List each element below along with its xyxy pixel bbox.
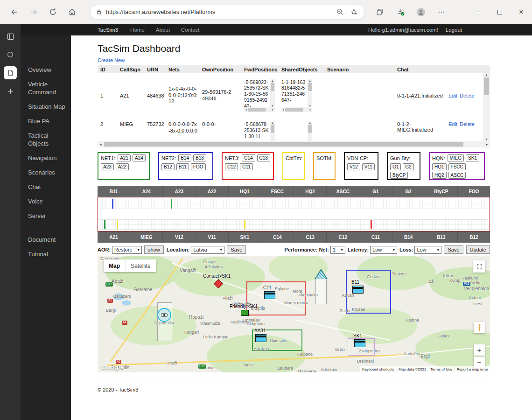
sidebar-item[interactable]: Chat (21, 180, 71, 194)
collections-icon[interactable] (374, 7, 385, 18)
back-arrow-icon[interactable] (8, 6, 21, 18)
close-button[interactable]: × (511, 0, 532, 24)
sidebar-item[interactable]: Navigation (21, 151, 71, 165)
url-bar[interactable]: https://tacsim.azurewebsites.net/Platfor… (90, 5, 365, 20)
hostile-diamond-icon[interactable] (214, 279, 223, 288)
more-menu-icon[interactable] (436, 7, 447, 18)
sidebar-item[interactable]: Situation Map (21, 99, 71, 114)
refresh-icon[interactable] (47, 6, 59, 18)
sidebar-item[interactable]: Server (21, 209, 71, 223)
net-member-chip[interactable]: HQ1 (432, 163, 447, 170)
performance-save-button[interactable]: Save (444, 245, 463, 254)
maximize-button[interactable] (489, 0, 511, 24)
net-member-chip[interactable]: G2 (403, 163, 413, 170)
net-member-chip[interactable]: FSCC (448, 163, 466, 170)
mini-vertical-scrollbar[interactable]: ▲▼ (270, 79, 275, 107)
minimize-button[interactable] (468, 0, 489, 24)
net-member-chip[interactable]: B11 (176, 163, 189, 170)
new-tab-plus-icon[interactable] (4, 84, 17, 98)
net-member-chip[interactable]: A24 (133, 154, 146, 161)
net-member-chip[interactable]: C12 (225, 163, 238, 170)
friendly-square-icon[interactable] (241, 310, 249, 316)
tab-actions-icon[interactable] (4, 30, 17, 43)
fullscreen-icon[interactable] (473, 260, 485, 273)
url-text[interactable]: https://tacsim.azurewebsites.net/Platfor… (106, 9, 331, 15)
map-canvas[interactable] (98, 256, 490, 372)
delete-link[interactable]: Delete (460, 121, 475, 127)
net-member-chip[interactable]: C11 (240, 163, 253, 170)
loss-select[interactable]: Low▼ (414, 246, 441, 254)
mini-horizontal-scrollbar[interactable]: ◄► (244, 107, 275, 112)
logout-link[interactable]: Logout (446, 27, 462, 33)
profile-avatar[interactable] (415, 7, 427, 18)
net-member-chip[interactable]: A22 (116, 163, 129, 170)
update-button[interactable]: Update (466, 245, 490, 254)
fwd-positions-box[interactable]: -5-569023-253572-SK1-30-15-569155-249242… (244, 79, 275, 112)
net-member-chip[interactable]: B13 (193, 154, 206, 161)
sidebar-item[interactable]: Vehicle Command (21, 77, 71, 99)
map-attribution-item[interactable]: Terms of Use (428, 366, 454, 372)
net-member-chip[interactable]: C14 (242, 154, 255, 161)
nav-link[interactable]: About (156, 27, 170, 33)
net-member-chip[interactable]: SK1 (466, 154, 479, 161)
sidebar-item[interactable]: Blue PA (21, 114, 71, 128)
download-complete-icon[interactable] (395, 7, 406, 18)
net-member-chip[interactable]: ASCC (448, 172, 466, 179)
delete-link[interactable]: Delete (460, 93, 475, 98)
shared-objects-box[interactable]: 1-1-19-1638164482-571351-246647- ▲▼ ◄► (281, 79, 312, 112)
location-select[interactable]: Latvia▼ (191, 246, 224, 254)
friendly-marker[interactable]: Friendly>SK1 (241, 310, 249, 316)
browser-essentials-icon[interactable] (4, 48, 17, 61)
create-new-link[interactable]: Create New (98, 57, 125, 63)
map-type-map-button[interactable]: Map (104, 259, 125, 272)
home-icon[interactable] (66, 6, 78, 18)
map-attribution-item[interactable]: Keyboard shortcuts (360, 366, 396, 372)
nav-link[interactable]: Home (130, 27, 145, 33)
mini-vertical-scrollbar[interactable]: ▲▼ (308, 79, 312, 107)
zoom-out-icon[interactable] (335, 7, 345, 17)
map-attribution-item[interactable]: Report a map error (455, 366, 490, 372)
nav-link[interactable]: Contact (181, 27, 200, 33)
map-type-satellite-button[interactable]: Satellite (125, 259, 156, 272)
circle-unit-icon[interactable] (157, 308, 171, 322)
net-member-chip[interactable]: V12 (347, 163, 360, 170)
contact-marker[interactable]: Contact>SK1 (215, 280, 222, 287)
table-vertical-scrollbar[interactable]: ▲▼ (483, 73, 490, 141)
net-member-chip[interactable]: A23 (101, 163, 114, 170)
net-member-chip[interactable]: G1 (390, 163, 401, 170)
edit-link[interactable]: Edit (448, 121, 457, 127)
location-save-button[interactable]: Save (227, 245, 246, 254)
situation-map[interactable]: CarnikavaGauja)InčukalnsVangažiĀdažiGark… (98, 256, 490, 372)
sidebar-item[interactable]: Voice (21, 194, 71, 209)
sidebar-item[interactable]: Oveview (21, 63, 71, 77)
edit-link[interactable]: Edit (448, 93, 457, 98)
brand[interactable]: TacSim3 (98, 27, 118, 33)
net-member-chip[interactable]: B12 (161, 163, 175, 170)
sidebar-item[interactable]: Scenarios (21, 165, 71, 180)
lock-icon[interactable] (96, 8, 102, 15)
mini-vertical-scrollbar[interactable]: ▲▼ (270, 121, 275, 141)
mini-horizontal-scrollbar[interactable]: ◄► (281, 107, 312, 112)
forward-arrow-icon[interactable] (28, 6, 40, 18)
map-attribution-item[interactable]: Map data ©2021 (397, 366, 428, 372)
favorite-star-icon[interactable] (349, 7, 359, 17)
sidebar-item[interactable]: Tutorial (21, 247, 71, 261)
pegman-icon[interactable] (474, 322, 485, 333)
aor-select[interactable]: Restore▼ (112, 246, 142, 254)
fwd-positions-box[interactable]: -5-568678-253613-SK1-30-11- ▲▼ ◄► (244, 121, 275, 141)
latency-select[interactable]: Low▼ (370, 246, 397, 254)
net-member-chip[interactable]: V11 (362, 163, 375, 170)
net-member-chip[interactable]: HQ2 (432, 172, 447, 179)
net-member-chip[interactable]: FOO (191, 163, 206, 170)
net-member-chip[interactable]: MIEG (448, 154, 464, 161)
zoom-in-button[interactable]: + (474, 344, 485, 356)
net-member-chip[interactable]: BtyCP (390, 172, 408, 179)
sidebar-item[interactable]: Document (21, 232, 71, 247)
net-member-chip[interactable]: C13 (257, 154, 270, 161)
show-button[interactable]: show (144, 245, 164, 254)
hatched-triangle-icon[interactable] (315, 269, 328, 279)
shared-objects-box[interactable]: ▲▼ ◄► (281, 121, 312, 141)
active-tab-page-icon[interactable] (4, 66, 17, 79)
table-horizontal-scrollbar[interactable]: ◄► (98, 141, 490, 147)
mini-vertical-scrollbar[interactable]: ▲▼ (308, 121, 312, 141)
